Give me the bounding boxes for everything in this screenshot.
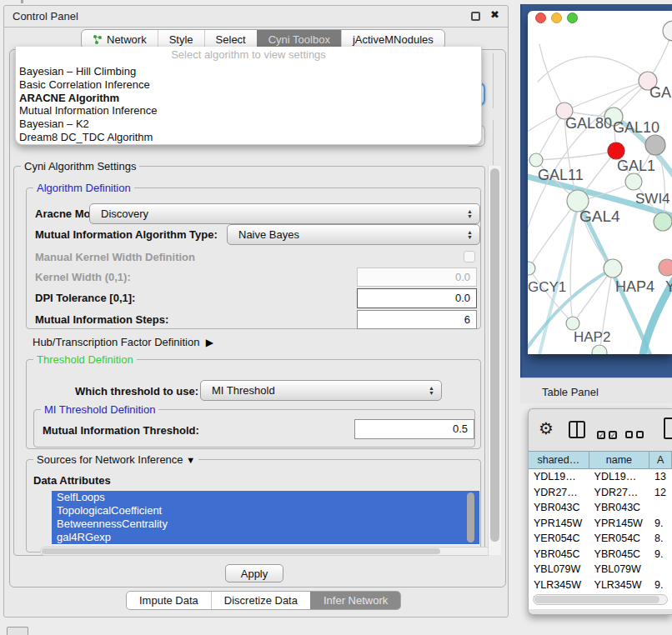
network-edge[interactable] [538, 57, 648, 82]
network-edge[interactable] [573, 268, 613, 323]
tab-jactivemnodules[interactable]: jActiveMNodules [341, 30, 444, 48]
table-row[interactable]: YPR145WYPR145W9. [529, 516, 672, 532]
split-view-icon[interactable] [569, 421, 585, 438]
algorithm-definition-title: Algorithm Definition [33, 182, 134, 194]
tab-label: Style [169, 33, 193, 46]
column-header-name[interactable]: name [589, 452, 650, 468]
table-cell [649, 500, 672, 516]
network-edge[interactable] [564, 81, 648, 111]
table-cell: YER054C [589, 531, 650, 547]
hidden-groupbox-edge [493, 53, 494, 108]
table-row[interactable]: YBR043CYBR043C [529, 500, 672, 516]
sources-horizontal-scrollbar[interactable] [40, 547, 492, 556]
settings-group-title: Cyni Algorithm Settings [21, 160, 139, 172]
attribute-item-gal4rgexp[interactable]: gal4RGexp [52, 531, 479, 544]
table-row[interactable]: YDL19…YDL19…13 [529, 469, 672, 485]
network-node[interactable] [592, 345, 607, 354]
manual-kernel-checkbox[interactable] [464, 251, 475, 262]
network-view-window[interactable]: GALGAL80GAL10GAL11GAL1GAL4SWI4GCY1HAP4YH… [528, 11, 672, 354]
node-label-gal11: GAL11 [538, 167, 584, 183]
aracne-mode-combobox[interactable]: Discovery ▲▼ [89, 203, 480, 224]
table-row[interactable]: YBR045CYBR045C9. [529, 547, 672, 562]
mi-steps-field[interactable]: 6 [357, 310, 477, 329]
tab-cyni-toolbox[interactable]: Cyni Toolbox [257, 30, 341, 48]
node-label-swi4: SWI4 [635, 191, 670, 207]
network-node[interactable] [645, 135, 665, 155]
table-row[interactable]: YLR345WYLR345W9. [529, 578, 672, 593]
column-header-a[interactable]: A [649, 452, 672, 468]
attribute-item-topologicalcoefficient[interactable]: TopologicalCoefficient [52, 504, 479, 518]
attribute-list-scrollbar[interactable] [467, 492, 474, 542]
mi-threshold-label: Mutual Information Threshold: [43, 424, 199, 437]
table-toolbar: ⚙ ✓✓ [529, 409, 672, 451]
network-node-gal11[interactable] [529, 153, 543, 167]
network-edge[interactable] [539, 44, 564, 111]
mi-type-combobox[interactable]: Naive Bayes ▲▼ [227, 224, 480, 245]
which-threshold-label: Which threshold to use: [75, 385, 198, 398]
expand-right-icon: ▶ [206, 337, 213, 348]
tab-style[interactable]: Style [158, 30, 204, 48]
table-cell: YDL19… [589, 469, 650, 485]
node-label-gal1: GAL1 [617, 158, 655, 174]
network-node[interactable] [654, 212, 672, 231]
dpi-tolerance-field[interactable]: 0.0 [357, 288, 477, 308]
cyni-algorithm-settings-group: Cyni Algorithm Settings Algorithm Defini… [13, 166, 485, 556]
table-cell: YDR27… [529, 485, 589, 501]
network-canvas[interactable]: GALGAL80GAL10GAL11GAL1GAL4SWI4GCY1HAP4YH… [528, 11, 672, 354]
popup-prompt: Select algorithm to view settings [16, 48, 481, 61]
attribute-item-betweennesscentrality[interactable]: BetweennessCentrality [52, 518, 479, 531]
deselect-all-icon[interactable] [625, 427, 647, 442]
network-node-hap2[interactable] [566, 317, 579, 330]
apply-button[interactable]: Apply [225, 564, 283, 582]
table-cell: YPR145W [589, 516, 650, 532]
algorithm-option-mutual-information-inference[interactable]: Mutual Information Inference [19, 104, 157, 118]
close-icon[interactable]: ✖ [490, 8, 499, 21]
network-edge[interactable] [536, 151, 616, 160]
kernel-width-field[interactable]: 0.0 [357, 268, 477, 287]
table-horizontal-scrollbar[interactable] [533, 594, 668, 605]
tab-select[interactable]: Select [204, 30, 257, 48]
tab-label: Select [216, 33, 246, 46]
table-row[interactable]: YBL079WYBL079W [529, 562, 672, 578]
data-attributes-list[interactable]: SelfLoopsTopologicalCoefficientBetweenne… [52, 491, 479, 545]
new-column-icon[interactable] [664, 418, 672, 439]
which-threshold-combobox[interactable]: MI Threshold ▲▼ [200, 380, 442, 401]
mi-threshold-group-title: MI Threshold Definition [41, 403, 158, 416]
table-cell: YBR043C [529, 500, 589, 516]
tab-label: Cyni Toolbox [268, 33, 330, 46]
algorithm-option-dream8-dc-tdc-algorithm[interactable]: Dream8 DC_TDC Algorithm [19, 131, 153, 144]
table-cell: YBR045C [529, 547, 589, 562]
algorithm-option-basic-correlation-inference[interactable]: Basic Correlation Inference [19, 78, 150, 92]
sources-group-title[interactable]: Sources for Network Inference ▼ [33, 453, 198, 466]
network-node[interactable] [663, 21, 672, 41]
node-label-y: Y [665, 278, 672, 295]
network-node-hap4[interactable] [604, 259, 622, 278]
mi-threshold-field[interactable]: 0.5 [354, 419, 474, 439]
settings-vertical-scrollbar[interactable] [488, 166, 501, 555]
bottom-tab-infer-network[interactable]: Infer Network [310, 592, 400, 609]
table-row[interactable]: YDR27…YDR27…12 [529, 485, 672, 501]
network-node-gcy1[interactable] [528, 262, 535, 275]
hub-definition-label[interactable]: Hub/Transcription Factor Definition ▶ [33, 336, 213, 348]
table-cell: YDL19… [529, 469, 589, 485]
network-node[interactable] [608, 142, 624, 159]
bottom-tab-discretize-data[interactable]: Discretize Data [211, 592, 310, 609]
float-window-icon[interactable] [471, 12, 480, 21]
network-node-y[interactable] [659, 259, 672, 276]
collapse-down-icon: ▼ [186, 455, 195, 465]
algorithm-option-bayesian-k2[interactable]: Bayesian – K2 [19, 118, 89, 131]
select-all-icon[interactable]: ✓✓ [597, 426, 620, 441]
gear-icon[interactable]: ⚙ [539, 418, 554, 438]
algorithm-option-aracne-algorithm[interactable]: ARACNE Algorithm [19, 92, 119, 105]
table-cell: YLR345W [589, 578, 650, 593]
panel-title: Control Panel [13, 10, 78, 22]
tab-network[interactable]: Network [82, 30, 158, 48]
bottom-tab-impute-data[interactable]: Impute Data [127, 592, 211, 609]
table-row[interactable]: YER054CYER054C8. [529, 531, 672, 547]
network-node-gal1[interactable] [625, 173, 642, 190]
column-header-shared-[interactable]: shared… [529, 452, 589, 468]
top-divider-notch [21, 0, 23, 3]
attribute-item-selfloops[interactable]: SelfLoops [52, 491, 479, 504]
algorithm-option-bayesian-hill-climbing[interactable]: Bayesian – Hill Climbing [19, 65, 136, 78]
data-attributes-label: Data Attributes [33, 474, 111, 487]
